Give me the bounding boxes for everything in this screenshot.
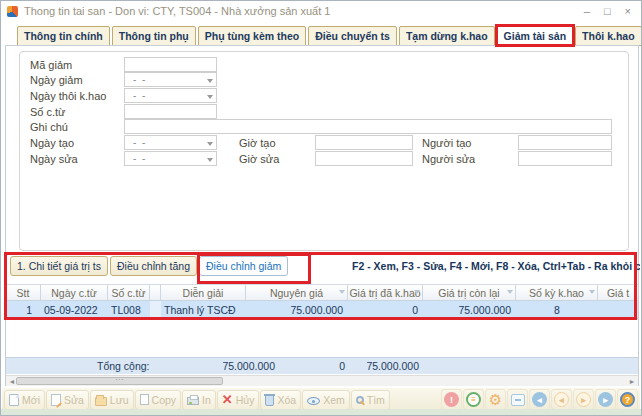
detail-button-bar: 1. Chi tiết giá trị ts Điều chỉnh tăng Đ…	[10, 256, 288, 280]
tab-strip: Thông tin chính Thông tin phụ Phụ tùng k…	[17, 24, 637, 46]
total-label: Tổng cộng:	[97, 360, 150, 372]
new-document-icon	[9, 394, 19, 406]
tab-thong-tin-chinh[interactable]: Thông tin chính	[17, 26, 110, 46]
copy-button[interactable]: Copy	[135, 390, 182, 410]
help-icon: ?	[620, 392, 635, 407]
delete-button[interactable]: Xóa	[260, 390, 301, 410]
chevron-down-icon[interactable]	[207, 79, 213, 83]
horizontal-scrollbar[interactable]: ◄ ⋯ ►	[6, 375, 638, 386]
ngay-sua-value: - -	[133, 153, 145, 164]
new-button[interactable]: Mới	[4, 390, 45, 410]
gear-icon: ⚙	[489, 392, 502, 407]
screen-icon	[511, 394, 525, 406]
nguoi-tao-input[interactable]	[518, 135, 612, 150]
ngay-giam-datepicker[interactable]: - -	[124, 72, 217, 87]
cell-stt: 1	[6, 301, 41, 318]
next-record-button[interactable]: ▸	[573, 389, 594, 410]
keyboard-shortcuts-hint: F2 - Xem, F3 - Sửa, F4 - Mới, F8 - Xóa, …	[352, 260, 640, 274]
col-header-ngay-ctu[interactable]: Ngày c.từ	[41, 284, 108, 301]
view-button[interactable]: Xem	[302, 390, 350, 410]
ma-giam-input[interactable]	[124, 57, 217, 72]
ghi-chu-input[interactable]	[124, 119, 612, 134]
ngay-tao-value: - -	[133, 137, 145, 148]
print-button[interactable]: In	[182, 390, 216, 410]
chevron-down-icon[interactable]	[207, 158, 213, 162]
tab-tam-dung-khao[interactable]: Tạm dừng k.hao	[399, 26, 495, 46]
chevron-down-icon[interactable]	[207, 142, 213, 146]
chi-tiet-gia-tri-ts-button[interactable]: 1. Chi tiết giá trị ts	[10, 256, 108, 276]
list-icon: ≡	[466, 392, 481, 407]
tab-giam-tai-san[interactable]: Giảm tài sản	[497, 25, 573, 46]
help-button[interactable]: ?	[617, 389, 638, 410]
nguoi-tao-label: Người tạo	[422, 137, 471, 149]
first-record-icon: ◂	[532, 392, 547, 407]
cell-so-ky-khao: 8	[516, 301, 598, 318]
grid-header-row: Stt Ngày c.từ Số c.từ Diễn giải Nguyên g…	[6, 284, 638, 301]
chevron-down-icon[interactable]	[207, 95, 213, 99]
ngay-tao-datepicker[interactable]: - -	[124, 135, 217, 150]
col-header-gia-t[interactable]: Giá t	[598, 284, 638, 301]
find-button[interactable]: Tìm	[351, 390, 390, 410]
first-record-button[interactable]: ◂	[529, 389, 550, 410]
giam-tai-san-grid: Stt Ngày c.từ Số c.từ Diễn giải Nguyên g…	[6, 284, 638, 356]
cancel-button[interactable]: ✕ Hủy	[217, 390, 260, 410]
copy-icon	[140, 394, 149, 405]
filter-icon[interactable]	[414, 290, 420, 294]
gio-sua-input[interactable]	[315, 151, 413, 166]
gio-tao-input[interactable]	[315, 135, 413, 150]
edit-button[interactable]: Sửa	[46, 390, 89, 410]
ngay-thoi-khao-value: - -	[133, 90, 145, 101]
tab-thong-tin-phu[interactable]: Thông tin phụ	[112, 26, 196, 46]
table-row-selected[interactable]: 1 05-09-2022 TL008 Thanh lý TSCĐ 75.000.…	[6, 301, 638, 319]
col-header-stt[interactable]: Stt	[6, 284, 41, 301]
ngay-giam-value: - -	[133, 74, 145, 85]
eye-icon	[307, 397, 320, 405]
save-button[interactable]: Lưu	[90, 390, 134, 410]
nguoi-sua-input[interactable]	[518, 151, 612, 166]
list-button[interactable]: ≡	[463, 389, 484, 410]
gio-tao-label: Giờ tạo	[239, 137, 276, 149]
dieu-chinh-giam-button[interactable]: Điều chỉnh giảm	[199, 256, 288, 276]
grid-empty-area[interactable]	[6, 319, 638, 356]
dieu-chinh-tang-button[interactable]: Điều chỉnh tăng	[110, 256, 197, 276]
cell-ngay-ctu: 05-09-2022	[41, 301, 108, 318]
filter-icon[interactable]	[507, 290, 513, 294]
last-record-button[interactable]: ▸	[595, 389, 616, 410]
tab-dieu-chuyen-ts[interactable]: Điều chuyển ts	[308, 26, 397, 46]
ngay-sua-datepicker[interactable]: - -	[124, 151, 217, 166]
minimize-icon[interactable]: –	[584, 5, 590, 17]
so-ctu-input[interactable]	[124, 104, 217, 119]
so-ctu-label: Số c.từ	[30, 106, 66, 118]
filter-icon[interactable]	[589, 290, 595, 294]
close-icon[interactable]: ×	[625, 5, 631, 17]
col-header-dien-giai[interactable]: Diễn giải	[161, 284, 246, 301]
window-bottom-strip	[1, 409, 641, 415]
giam-tai-san-form: Mã giảm Ngày giảm - - Ngày thôi k.hao - …	[19, 51, 629, 251]
maximize-icon[interactable]: □	[604, 5, 611, 17]
settings-button[interactable]: ⚙	[485, 389, 506, 410]
col-header-nguyen-gia[interactable]: Nguyên giá	[246, 284, 348, 301]
prev-record-button[interactable]: ◂	[551, 389, 572, 410]
col-header-so-ctu[interactable]: Số c.từ	[108, 284, 150, 301]
screen-button[interactable]	[507, 389, 528, 410]
filter-icon[interactable]	[339, 290, 345, 294]
cell-gia-t	[598, 301, 638, 318]
ngay-tao-label: Ngày tạo	[30, 137, 74, 149]
bottom-toolbar: Mới Sửa Lưu Copy In ✕ Hủy Xóa Xem	[2, 387, 640, 411]
tab-phu-tung-kem-theo[interactable]: Phụ tùng kèm theo	[198, 26, 307, 46]
trash-icon	[265, 395, 274, 406]
info-button[interactable]: !	[441, 389, 462, 410]
cell-indicator	[150, 301, 161, 318]
tab-thoi-khao[interactable]: Thôi k.hao	[575, 26, 642, 46]
scrollbar-thumb[interactable]: ⋯	[16, 377, 223, 385]
ngay-thoi-khao-datepicker[interactable]: - -	[124, 88, 217, 103]
total-nguyen-gia: 75.000.000	[175, 360, 275, 372]
col-header-so-ky-khao[interactable]: Số kỳ k.hao	[516, 284, 598, 301]
scroll-right-icon[interactable]: ►	[626, 376, 638, 386]
col-header-gia-tri-con-lai[interactable]: Giá trị còn lại	[423, 284, 516, 301]
col-header-gia-tri-da-khao[interactable]: Giá trị đã k.hao	[348, 284, 423, 301]
cancel-icon: ✕	[222, 394, 233, 406]
scrollbar-grip-icon: ⋯	[115, 375, 124, 384]
grid-total-row: Tổng cộng: 75.000.000 0 75.000.000	[6, 357, 638, 374]
toolbar-right-group: ! ≡ ⚙ ◂ ◂ ▸ ▸ ?	[441, 389, 638, 410]
